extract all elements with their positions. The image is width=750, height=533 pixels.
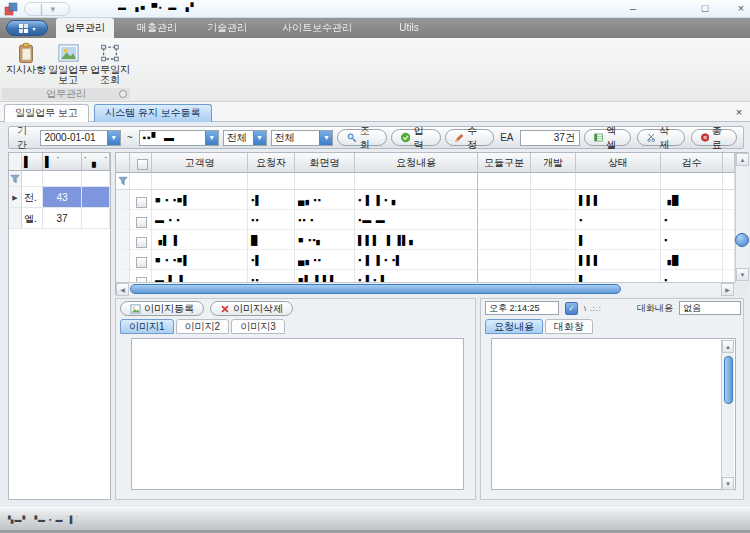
chat-content-field[interactable]: 없음 [679,301,741,315]
scroll-up-button[interactable]: ▲ [722,340,734,353]
select-all-checkbox[interactable] [137,159,148,170]
row-checkbox-cell[interactable] [130,250,152,270]
calendar-check-button[interactable]: ✓ [565,302,578,315]
maximize-button[interactable]: □ [692,0,718,17]
row-checkbox-cell[interactable] [130,190,152,210]
dropdown-button[interactable]: ▼ [319,131,332,145]
scroll-up-button[interactable]: ▲ [736,153,749,166]
ribbon-tab-sales[interactable]: 매출관리 [128,18,186,38]
date-to-combo[interactable]: ▪▪▘ ▬ ▼ [139,130,219,146]
delete-button[interactable]: 삭제 [637,129,684,146]
ribbon-tab-utils[interactable]: Utils [386,18,432,38]
ribbon-tab-site-maintenance[interactable]: 사이트보수관리 [266,18,368,38]
filter-cell[interactable] [531,173,576,190]
time-field[interactable]: 오후 2:14:25 [485,301,559,315]
scrollbar-thumb[interactable] [724,356,733,404]
summary-grid-filter-row[interactable] [9,171,110,187]
horizontal-scrollbar[interactable]: ◀ ▶ [116,282,735,295]
table-row[interactable]: ■ ▪ ▪■▌ ▪▌ ▄▖▪▪ ▪ ▌ ▌▪ ▖ ▌▌▌ ▗█ [116,190,735,210]
filter-cell[interactable] [478,173,531,190]
scroll-left-button[interactable]: ◀ [116,283,129,296]
filter-cell[interactable] [661,173,723,190]
close-button[interactable]: × [728,0,750,17]
table-row[interactable]: ■ ▪ ▪■▌ ▪▌ ▄▖▪▪ ▪ ▌ ▌▪ ▪▌ ▌▌▌ ▗█ [116,250,735,270]
dialog-launcher[interactable] [119,90,127,98]
dropdown-button[interactable]: ▼ [107,131,120,145]
filter-cell[interactable] [295,173,355,190]
vertical-scrollbar[interactable]: ▲ ▼ [721,340,734,490]
tab-system-maintenance[interactable]: 시스템 유지 보수등록 [94,104,212,122]
ribbon-tab-business[interactable]: 업무관리 [56,18,114,38]
filter-cell[interactable] [152,173,248,190]
table-row[interactable]: ▬ ▪ ▪ ▪▪ ▪▪ ▪ ▪▬ ▬ ▪ ▪ [116,210,735,230]
qat-dropdown-icon[interactable]: ▾ [51,4,56,14]
header-screen[interactable]: 화면명 [295,153,355,173]
tab-image1[interactable]: 이미지1 [120,319,174,334]
vertical-scrollbar[interactable]: ▲ ▼ [735,153,748,282]
scrollbar-thumb[interactable] [735,233,749,247]
filter-cell[interactable] [43,171,82,187]
row-checkbox-cell[interactable] [130,210,152,230]
filter-cell[interactable] [248,173,295,190]
header-status[interactable]: 상태 [576,153,661,173]
request-content-area[interactable]: ▲ ▼ [491,338,736,490]
filter-cell[interactable] [82,171,110,187]
row-checkbox-cell[interactable] [130,270,152,282]
dropdown-button[interactable]: ▼ [253,131,266,145]
scroll-down-button[interactable]: ▼ [736,268,749,281]
filter-cell[interactable] [22,171,43,187]
summary-row-total[interactable]: ▶ 전. 43 [9,187,110,208]
ribbon-button-directives[interactable]: 지시사항 [6,40,46,86]
exit-button[interactable]: 종료 [691,129,738,146]
table-row[interactable]: ▗▌ ▌ █ ■ ▪▪▖ ▌▌▌ ▐ ▐▌▖ ▌ ▪ [116,230,735,250]
header-dev[interactable]: 개발 [531,153,576,173]
ribbon-button-worklog-search[interactable]: 업무일지 조회 [90,40,130,86]
filter1-combo[interactable]: 전체 ▼ [223,130,267,146]
date-from-combo[interactable]: 2000-01-01 ▼ [40,130,120,146]
scroll-right-button[interactable]: ▶ [721,283,734,296]
table-row[interactable]: ▬ ▌ ▌ ▪▪ ■▌ ▌▌▌ ▪ ▌▪ ▌ ▌ ▪ [116,270,735,282]
header-requester[interactable]: 요청자 [248,153,295,173]
search-button[interactable]: 조회 [337,129,387,146]
filter-cell[interactable] [130,173,152,190]
ribbon-button-daily-report[interactable]: 일일업무 보고 [48,40,88,86]
tab-chat-window[interactable]: 대화창 [545,319,593,334]
filter-cell[interactable] [723,173,735,190]
edit-button[interactable]: 수정 [445,129,495,146]
image-register-button[interactable]: 이미지등록 [120,301,204,316]
scroll-down-button[interactable]: ▼ [722,477,734,490]
minimize-button[interactable]: – [620,0,646,17]
row-checkbox[interactable] [136,237,147,248]
header-request[interactable]: 요청내용 [355,153,478,173]
filter-cell[interactable] [355,173,478,190]
scrollbar-thumb[interactable] [130,284,621,294]
summary-row-other[interactable]: 엘. 37 [9,208,110,229]
row-checkbox[interactable] [136,217,147,228]
count-field[interactable]: 37건 [520,130,580,146]
filter-icon[interactable] [9,171,22,187]
ribbon-tab-tech[interactable]: 기술관리 [198,18,256,38]
filter-icon[interactable] [116,173,130,190]
tab-daily-report[interactable]: 일일업무 보고 [4,104,89,122]
grid-filter-row[interactable] [116,173,735,190]
quick-access-toolbar[interactable]: │ ▾ [24,2,70,16]
image-delete-button[interactable]: 이미지삭제 [210,301,293,316]
dropdown-button[interactable]: ▼ [205,131,218,145]
filter-cell[interactable] [576,173,661,190]
excel-button[interactable]: 엑셀 [584,129,631,146]
row-checkbox-cell[interactable] [130,230,152,250]
row-checkbox[interactable] [136,197,147,208]
header-checkbox-cell[interactable] [130,153,152,173]
tab-request-content[interactable]: 요청내용 [485,319,543,334]
header-customer[interactable]: 고객명 [152,153,248,173]
tab-close-icon[interactable]: × [732,105,746,119]
header-module[interactable]: 모듈구분 [478,153,531,173]
tab-image2[interactable]: 이미지2 [176,319,230,334]
tab-image3[interactable]: 이미지3 [231,319,285,334]
filter2-combo[interactable]: 전체 ▼ [271,130,334,146]
input-button[interactable]: 입력 [391,129,441,146]
image-display-area[interactable] [131,338,464,490]
header-inspect[interactable]: 검수 [661,153,723,173]
row-checkbox[interactable] [136,257,147,268]
app-menu-button[interactable]: ▾ [6,20,48,36]
